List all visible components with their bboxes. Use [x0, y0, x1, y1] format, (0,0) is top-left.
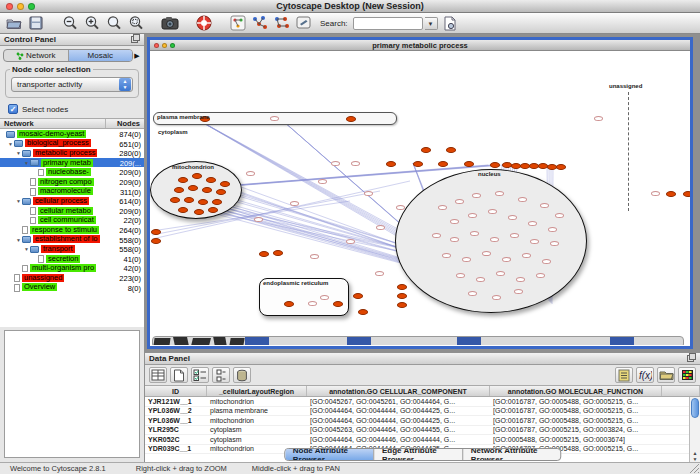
gene-node[interactable]: [259, 251, 269, 257]
tab-network[interactable]: Network: [4, 50, 69, 61]
tree-item-label[interactable]: biological_process: [25, 139, 91, 147]
gene-node[interactable]: [351, 161, 360, 166]
tree-item-label[interactable]: transport: [41, 245, 75, 253]
network-view-titlebar[interactable]: primary metabolic process: [150, 40, 690, 51]
tree-row[interactable]: unassigned223(0): [0, 273, 144, 283]
tree-row[interactable]: Overview8(0): [0, 283, 144, 293]
gene-node[interactable]: [522, 253, 531, 258]
gene-node[interactable]: [438, 205, 447, 210]
copy-network-icon[interactable]: [272, 14, 292, 32]
first-neighbors-icon[interactable]: [250, 14, 270, 32]
table-row[interactable]: YPL036W__1mitochondrion[GO:0044464, GO:0…: [145, 416, 700, 426]
column-header[interactable]: annotation.GO CELLULAR_COMPONENT: [307, 386, 490, 396]
search-dropdown-arrow[interactable]: ▼: [425, 17, 438, 30]
matrix-icon[interactable]: [678, 367, 696, 383]
float-data-panel-icon[interactable]: [687, 353, 696, 364]
scrollbar-thumb[interactable]: [691, 398, 699, 418]
tree-item-label[interactable]: unassigned: [22, 274, 64, 282]
tree-column-nodes[interactable]: Nodes: [106, 119, 144, 128]
gene-node[interactable]: [516, 277, 525, 282]
tree-row[interactable]: multi-organism pro42(0): [0, 263, 144, 273]
tree-item-label[interactable]: cellular process: [33, 197, 89, 205]
tree-row[interactable]: ▼primary metab209(...: [0, 158, 144, 168]
expander-icon[interactable]: ▼: [8, 141, 13, 147]
gene-node[interactable]: [178, 207, 188, 213]
tree-item-label[interactable]: metabolic process: [33, 149, 97, 157]
gene-node[interactable]: [683, 191, 690, 197]
view-maximize-button[interactable]: [170, 43, 175, 48]
column-header[interactable]: ID: [145, 386, 207, 396]
tab-mosaic[interactable]: Mosaic: [69, 50, 133, 61]
scrollbar-arrows[interactable]: ▲▼: [690, 450, 700, 462]
gene-node[interactable]: [514, 289, 523, 294]
gene-node[interactable]: [495, 191, 504, 196]
gene-node[interactable]: [397, 284, 407, 290]
gene-node[interactable]: [666, 191, 676, 197]
gene-node[interactable]: [518, 197, 527, 202]
expander-icon[interactable]: ▼: [16, 198, 21, 204]
gene-node[interactable]: [446, 147, 456, 153]
zoom-in-icon[interactable]: [82, 14, 102, 32]
tab-edge-attribute-browser[interactable]: Edge Attribute Browser: [374, 449, 463, 460]
gene-node[interactable]: [178, 177, 188, 183]
tree-item-label[interactable]: nucleobase-: [46, 168, 91, 176]
tree-row[interactable]: mosaic-demo-yeast874(0): [0, 129, 144, 139]
camera-icon[interactable]: [160, 14, 180, 32]
gene-node[interactable]: [468, 291, 477, 296]
tree-column-network[interactable]: Network: [0, 119, 106, 128]
new-attribute-icon[interactable]: [170, 367, 188, 383]
gene-node[interactable]: [320, 295, 329, 300]
gene-node[interactable]: [490, 237, 499, 242]
gene-node[interactable]: [536, 273, 545, 278]
network-canvas[interactable]: plasma membranecytoplasmmitochondrionnuc…: [150, 51, 690, 345]
resize-grip[interactable]: [690, 464, 699, 473]
gene-node[interactable]: [192, 173, 202, 179]
tree-item-label[interactable]: secretion: [46, 255, 80, 263]
gene-node[interactable]: [528, 221, 537, 226]
table-row[interactable]: YPL036W__2plasma membrane[GO:0044464, GO…: [145, 407, 700, 417]
gene-node[interactable]: [194, 209, 204, 215]
gene-node[interactable]: [438, 161, 448, 167]
gene-node[interactable]: [188, 185, 198, 191]
gene-node[interactable]: [246, 171, 255, 176]
zoom-fit-icon[interactable]: [126, 14, 146, 32]
gene-node[interactable]: [450, 219, 459, 224]
gene-node[interactable]: [462, 257, 471, 262]
gene-node[interactable]: [386, 161, 396, 167]
save-icon[interactable]: [26, 14, 46, 32]
gene-node[interactable]: [270, 116, 279, 121]
gene-node[interactable]: [170, 197, 180, 203]
gene-node[interactable]: [308, 301, 317, 306]
column-header[interactable]: _cellularLayoutRegion: [207, 386, 307, 396]
gene-node[interactable]: [212, 199, 222, 205]
tree-item-label[interactable]: cell communicat: [38, 216, 96, 224]
gene-node[interactable]: [397, 302, 407, 308]
gene-node[interactable]: [464, 161, 474, 167]
gene-node[interactable]: [206, 177, 216, 183]
float-panel-icon[interactable]: [131, 34, 140, 45]
gene-node[interactable]: [496, 271, 505, 276]
gene-node[interactable]: [290, 201, 299, 206]
gene-node[interactable]: [442, 253, 451, 258]
gene-node[interactable]: [556, 164, 566, 170]
gene-node[interactable]: [502, 257, 511, 262]
tree-item-label[interactable]: mosaic-demo-yeast: [17, 130, 86, 138]
tab-overflow-icon[interactable]: ▶: [133, 52, 141, 60]
table-row[interactable]: YKR052Ccytoplasm[GO:0044464, GO:0044446,…: [145, 435, 700, 445]
expander-icon[interactable]: ▼: [16, 150, 21, 156]
tree-item-label[interactable]: establishment of lo: [33, 235, 100, 243]
tree-row[interactable]: response to stimulu264(0): [0, 225, 144, 235]
gene-node[interactable]: [492, 295, 501, 300]
zoom-selected-icon[interactable]: [104, 14, 124, 32]
expander-icon[interactable]: ▼: [24, 246, 29, 252]
gene-node[interactable]: [530, 239, 539, 244]
gene-node[interactable]: [508, 215, 517, 220]
gene-node[interactable]: [476, 277, 485, 282]
attribute-table-icon[interactable]: [149, 367, 167, 383]
tab-node-attribute-browser[interactable]: Node Attribute Browser: [285, 449, 374, 460]
table-row[interactable]: YLR295Ccytoplasm[GO:0045263, GO:0044464,…: [145, 426, 700, 436]
gene-node[interactable]: [397, 293, 407, 299]
tree-item-label[interactable]: multi-organism pro: [30, 264, 96, 272]
gene-node[interactable]: [216, 189, 226, 195]
tree-row[interactable]: ▼establishment of lo558(0): [0, 235, 144, 245]
